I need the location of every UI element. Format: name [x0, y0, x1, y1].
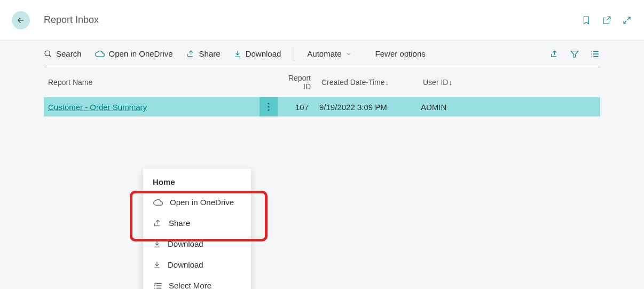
svg-point-2 [268, 106, 269, 107]
row-more-button[interactable] [260, 97, 278, 116]
expand-icon [622, 15, 632, 25]
bookmark-button[interactable] [581, 15, 592, 26]
share-page-button[interactable] [549, 49, 560, 59]
download-icon [153, 261, 161, 269]
svg-point-1 [268, 103, 269, 104]
menu-item-label: Download [168, 239, 203, 248]
popout-button[interactable] [601, 15, 612, 26]
toolbar: Search Open in OneDrive Share Download A… [44, 41, 600, 67]
created-cell: 9/19/2022 3:09 PM [319, 103, 421, 112]
svg-point-0 [45, 51, 50, 56]
fewer-options-button[interactable]: Fewer options [375, 49, 426, 58]
list-icon [590, 49, 600, 59]
toolbar-divider [294, 47, 294, 61]
share-page-icon [549, 50, 559, 58]
menu-open-onedrive[interactable]: Open in OneDrive [143, 192, 251, 213]
col-report-name[interactable]: Report Name [46, 78, 280, 87]
col-user-id[interactable]: User ID↓ [423, 78, 498, 87]
filter-button[interactable] [569, 49, 580, 59]
search-button[interactable]: Search [44, 49, 82, 58]
share-label: Share [199, 49, 221, 58]
menu-share[interactable]: Share [143, 213, 251, 233]
report-id-cell: 107 [278, 103, 319, 112]
list-view-button[interactable] [590, 49, 600, 59]
share-button[interactable]: Share [186, 49, 221, 58]
arrow-left-icon [16, 15, 26, 25]
svg-point-3 [268, 109, 269, 111]
bookmark-icon [582, 15, 591, 26]
cloud-icon [153, 199, 163, 206]
menu-select-more[interactable]: Select More [143, 275, 251, 289]
popout-icon [602, 15, 611, 25]
page-header: Report Inbox [0, 0, 644, 41]
open-onedrive-label: Open in OneDrive [109, 49, 173, 58]
chevron-down-icon [345, 51, 352, 57]
sort-down-icon: ↓ [386, 79, 389, 87]
download-button[interactable]: Download [233, 49, 281, 58]
download-label: Download [246, 49, 281, 58]
filter-icon [570, 49, 579, 59]
menu-download-1[interactable]: Download [143, 233, 251, 254]
menu-item-label: Share [169, 218, 190, 228]
download-icon [233, 50, 242, 58]
expand-button[interactable] [622, 15, 632, 26]
col-report-id[interactable]: Report ID [280, 74, 321, 91]
share-icon [186, 50, 195, 58]
automate-label: Automate [307, 49, 341, 58]
back-button[interactable] [12, 11, 30, 29]
more-vertical-icon [268, 103, 270, 111]
menu-item-label: Download [168, 260, 203, 269]
list-check-icon [153, 282, 162, 290]
user-cell: ADMIN [421, 103, 496, 112]
search-label: Search [56, 49, 82, 58]
download-icon [153, 240, 161, 248]
search-icon [44, 50, 52, 58]
menu-download-2[interactable]: Download [143, 254, 251, 275]
table-row[interactable]: Customer - Order Summary 107 9/19/2022 3… [44, 97, 600, 116]
menu-item-label: Open in OneDrive [170, 198, 234, 207]
share-icon [153, 219, 162, 228]
report-name-link[interactable]: Customer - Order Summary [48, 103, 147, 112]
header-actions [581, 15, 632, 26]
context-menu: Home Open in OneDrive Share Download Dow… [143, 169, 251, 289]
cloud-icon [95, 50, 105, 58]
fewer-options-label: Fewer options [375, 49, 426, 58]
menu-title: Home [143, 173, 251, 192]
automate-button[interactable]: Automate [307, 49, 351, 58]
menu-item-label: Select More [169, 281, 211, 289]
table-header: Report Name Report ID Created Date-Time↓… [44, 67, 600, 97]
sort-down-icon: ↓ [449, 79, 452, 87]
col-created[interactable]: Created Date-Time↓ [321, 78, 423, 87]
page-title: Report Inbox [44, 14, 581, 26]
open-onedrive-button[interactable]: Open in OneDrive [95, 49, 173, 58]
